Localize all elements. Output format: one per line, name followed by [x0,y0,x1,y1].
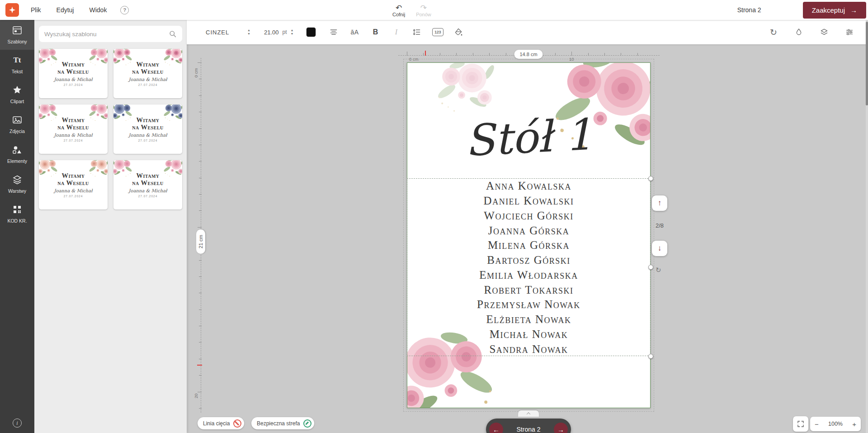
cut-line-toggle[interactable]: Linia cięcia [198,417,244,429]
floral-corner-icon [39,160,59,178]
template-card[interactable]: Witamy na Weselu Joanna & Michał 27.07.2… [113,49,182,98]
sidebar-item-tekst[interactable]: Tt Tekst [0,50,34,80]
font-stepper-icon[interactable]: ▲▼ [247,29,250,35]
zoom-out-button[interactable]: − [815,420,819,428]
floral-corner-icon [87,105,108,122]
rotate-handle-icon[interactable]: ↻ [656,266,661,274]
fill-color-button[interactable] [452,25,465,39]
sidebar-item-warstwy[interactable]: Warstwy [0,169,34,199]
safe-zone-toggle[interactable]: Bezpieczna strefa [251,417,314,429]
template-title: Witamy na Weselu [132,61,164,75]
font-size-control[interactable]: 21.00 pt ▲▼ [264,29,294,36]
template-card[interactable]: Witamy na Weselu Joanna & Michał 27.07.2… [39,105,108,154]
vertical-scrollbar [866,20,868,433]
template-title: Witamy na Weselu [57,61,89,75]
floral-corner-icon [162,49,182,67]
guest-name: Robert Tokarski [407,282,650,297]
italic-button[interactable]: I [389,25,403,39]
sidebar-label: Warstwy [8,188,26,194]
photos-icon [12,114,23,125]
app-logo[interactable] [5,3,19,17]
help-button[interactable]: ? [120,6,129,14]
sidebar-item-kod-kr[interactable]: KOD KR. [0,199,34,229]
zoom-in-button[interactable]: + [852,420,856,428]
adjustments-button[interactable] [843,25,856,39]
table-title-text[interactable]: Stół 1 [407,109,651,167]
line-height-button[interactable] [410,25,424,39]
template-card[interactable]: Witamy na Weselu Joanna & Michał 27.07.2… [113,105,182,154]
text-color-swatch[interactable] [306,27,316,37]
redo-label: Ponów [416,12,431,17]
font-size-value: 21.00 [264,29,279,36]
bold-button[interactable]: B [368,25,382,39]
guest-names-textbox[interactable]: Anna KowalskaDaniel KowalskiWojciech Gór… [407,179,650,357]
info-icon[interactable]: i [13,419,22,428]
topbar-right: Strona 2 Zaakceptuj → [737,0,866,20]
design-page[interactable]: Stół 1 Anna KowalskaDaniel KowalskiWojci… [407,62,651,408]
arrow-right-icon: → [557,426,564,433]
h-ruler-ten-label: 10 [569,57,574,62]
sidebar-label: Tekst [12,69,23,74]
refresh-button[interactable]: ↻ [767,25,780,39]
layers-order-button[interactable] [817,25,831,39]
sidebar-item-elementy[interactable]: Elementy [0,139,34,169]
move-layer-up-button[interactable]: ↑ [652,195,667,211]
paint-bucket-icon [454,28,463,37]
guest-name: Przemysław Nowak [407,297,650,312]
h-ruler-zero-label: 0 cm [409,57,419,62]
menu-item-widok[interactable]: Widok [89,6,107,14]
next-page-button[interactable]: → [554,423,568,433]
redo-icon: ↷ [420,4,427,12]
template-date: 27.07.2024 [138,139,158,142]
template-card[interactable]: Witamy na Weselu Joanna & Michał 27.07.2… [39,49,108,98]
guest-name: Anna Kowalska [407,179,650,194]
resize-handle-bottom-right[interactable] [648,354,653,359]
template-card[interactable]: Witamy na Weselu Joanna & Michał 27.07.2… [113,160,182,209]
move-layer-down-button[interactable]: ↓ [652,241,667,256]
floral-corner-icon [113,105,134,122]
pages-drawer-handle[interactable] [518,410,539,417]
page-height-badge: 21 cm [196,229,205,254]
search-icon [169,30,177,38]
floral-corner-icon [87,49,108,67]
sidebar-label: Zdjęcia [9,128,25,134]
scrollbar-thumb[interactable] [866,22,868,105]
align-center-button[interactable] [327,25,340,39]
template-date: 27.07.2024 [64,83,83,86]
star-icon [12,85,23,95]
template-couple-names: Joanna & Michał [129,77,167,82]
floral-corner-icon [87,160,108,178]
layers-icon [12,174,23,185]
resize-handle-middle-right[interactable] [648,265,653,270]
arrow-down-icon: ↓ [658,244,662,253]
sidebar-item-szablony[interactable]: Szablony [0,20,34,50]
sidebar-item-zdjecia[interactable]: Zdjęcia [0,109,34,139]
guest-name: Milena Górska [407,238,650,253]
previous-page-button[interactable]: ← [489,423,503,433]
fullscreen-icon [797,420,805,428]
fullscreen-button[interactable] [793,416,808,432]
safe-zone-icon [303,419,311,428]
redo-button[interactable]: ↷ Ponów [416,4,431,17]
opacity-button[interactable] [792,25,806,39]
template-card[interactable]: Witamy na Weselu Joanna & Michał 27.07.2… [39,160,108,209]
undo-button[interactable]: ↶ Cofnij [392,4,405,17]
font-select[interactable]: Cinzel ▲▼ [206,29,250,36]
template-title: Witamy na Weselu [57,116,89,131]
resize-handle-top-right[interactable] [648,176,653,181]
droplet-icon [794,28,803,37]
menu-item-edytuj[interactable]: Edytuj [57,6,74,14]
sidebar-item-clipart[interactable]: Clipart [0,80,34,109]
topbar-page-label: Strona 2 [737,6,761,14]
v-ruler-cursor-mark [197,365,202,366]
template-search[interactable] [39,26,182,42]
guest-name: Joanna Górska [407,223,650,238]
letter-spacing-button[interactable]: āA [348,25,361,39]
search-input[interactable] [44,31,169,38]
accept-button[interactable]: Zaakceptuj → [803,2,866,19]
floral-corner-icon [162,105,182,122]
numbered-list-button[interactable]: 123 [431,25,444,39]
menu-item-plik[interactable]: Plik [31,6,41,14]
chevron-up-icon [527,412,530,416]
font-size-stepper-icon[interactable]: ▲▼ [291,29,294,35]
